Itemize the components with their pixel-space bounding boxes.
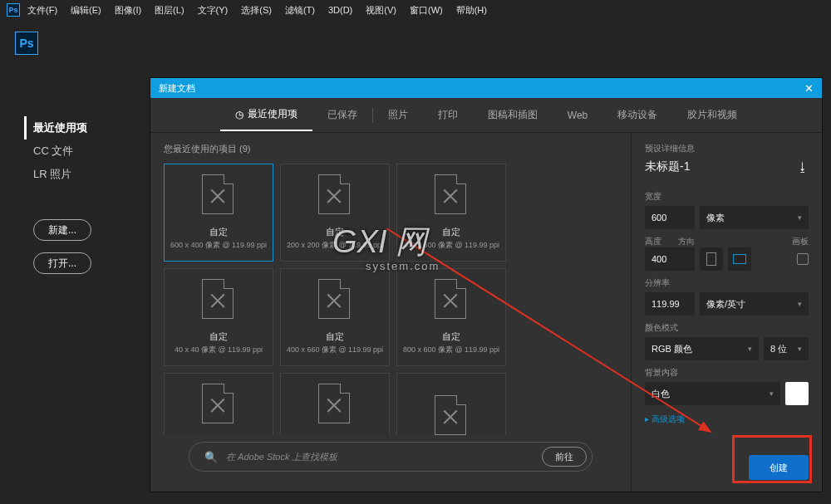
new-document-dialog: 新建文档 ✕ ◷最近使用项 已保存 照片 打印 图稿和插图 Web 移动设备 胶…	[150, 77, 823, 492]
recent-count: (9)	[239, 144, 250, 154]
preset-card[interactable]: 自定400 x 660 像素 @ 119.99 ppi	[280, 268, 390, 366]
color-mode-select[interactable]: RGB 颜色▾	[645, 337, 759, 360]
color-mode-label: 颜色模式	[645, 322, 809, 334]
document-icon	[318, 384, 352, 425]
menu-filter[interactable]: 滤镜(T)	[279, 2, 321, 19]
background-value: 白色	[652, 388, 670, 400]
preset-card[interactable]: 自定200 x 200 像素 @ 119.99 ppi	[280, 164, 390, 262]
height-input[interactable]	[645, 247, 695, 271]
height-label: 高度	[645, 236, 661, 247]
preset-card[interactable]: 自定40 x 40 像素 @ 119.99 ppi	[164, 268, 273, 366]
landscape-icon	[733, 254, 746, 264]
menubar: Ps 文件(F) 编辑(E) 图像(I) 图层(L) 文字(Y) 选择(S) 滤…	[0, 0, 831, 20]
app-mini-icon: Ps	[7, 3, 20, 17]
tab-mobile[interactable]: 移动设备	[602, 100, 672, 130]
stock-search-bar[interactable]: 🔍 在 Adobe Stock 上查找模板 前往	[189, 442, 593, 472]
width-unit-label: 像素	[706, 212, 725, 224]
home-nav-ccfiles[interactable]: CC 文件	[33, 139, 150, 163]
document-icon	[202, 174, 235, 216]
open-button[interactable]: 打开...	[33, 252, 91, 274]
orientation-landscape-button[interactable]	[728, 247, 751, 271]
preset-card[interactable]	[396, 373, 506, 435]
stock-placeholder: 在 Adobe Stock 上查找模板	[226, 451, 534, 463]
document-icon	[435, 395, 468, 435]
preset-column: 您最近使用的项目 (9) 自定600 x 400 像素 @ 119.99 ppi…	[150, 133, 631, 492]
document-icon	[202, 279, 235, 321]
portrait-icon	[706, 252, 716, 266]
preset-title: 自定	[209, 330, 228, 343]
preset-grid: 自定600 x 400 像素 @ 119.99 ppi 自定200 x 200 …	[164, 164, 617, 435]
preset-card[interactable]: 自定800 x 600 像素 @ 119.99 ppi	[396, 268, 506, 366]
save-preset-icon[interactable]: ⭳	[797, 160, 809, 174]
resolution-unit-label: 像素/英寸	[706, 298, 745, 311]
preset-title: 自定	[326, 330, 344, 343]
new-button[interactable]: 新建...	[33, 219, 91, 241]
detail-header: 预设详细信息	[645, 143, 809, 154]
tab-print[interactable]: 打印	[423, 100, 473, 130]
document-title: 未标题-1	[645, 159, 690, 174]
resolution-label: 分辨率	[645, 277, 809, 289]
home-sidebar: 最近使用项 CC 文件 LR 照片 新建... 打开...	[0, 66, 150, 286]
chevron-down-icon: ▾	[748, 345, 752, 353]
close-icon[interactable]: ✕	[804, 82, 814, 95]
menu-help[interactable]: 帮助(H)	[450, 2, 493, 19]
document-icon	[435, 279, 468, 321]
chevron-down-icon: ▾	[798, 300, 802, 308]
preset-sub: 400 x 600 像素 @ 119.99 ppi	[403, 240, 499, 251]
recent-items-label: 您最近使用的项目 (9)	[164, 143, 617, 155]
color-mode-value: RGB 颜色	[652, 343, 692, 355]
advanced-label: 高级选项	[652, 414, 685, 423]
orientation-portrait-button[interactable]	[700, 247, 723, 271]
artboard-checkbox[interactable]	[797, 253, 809, 265]
preset-sub: 800 x 600 像素 @ 119.99 ppi	[403, 345, 499, 355]
home-nav-recent[interactable]: 最近使用项	[24, 116, 150, 139]
preset-card[interactable]: 自定600 x 400 像素 @ 119.99 ppi	[164, 164, 273, 262]
background-swatch[interactable]	[785, 382, 809, 405]
tab-recent-label: 最近使用项	[248, 107, 297, 121]
menu-image[interactable]: 图像(I)	[109, 2, 147, 19]
preset-card[interactable]: 自定400 x 600 像素 @ 119.99 ppi	[396, 164, 506, 262]
chevron-down-icon: ▾	[798, 213, 802, 222]
preset-title: 自定	[326, 226, 344, 238]
resolution-input[interactable]	[645, 292, 695, 316]
document-icon	[435, 174, 468, 216]
width-unit-select[interactable]: 像素▾	[700, 206, 809, 229]
menu-window[interactable]: 窗口(W)	[404, 2, 449, 19]
color-depth-select[interactable]: 8 位▾	[764, 337, 809, 360]
tab-web[interactable]: Web	[553, 101, 602, 130]
width-label: 宽度	[645, 191, 809, 203]
menu-select[interactable]: 选择(S)	[235, 2, 278, 19]
document-icon	[318, 174, 352, 216]
document-icon	[202, 384, 235, 425]
background-label: 背景内容	[645, 367, 809, 379]
width-input[interactable]	[645, 206, 695, 229]
menu-edit[interactable]: 编辑(E)	[65, 2, 107, 19]
preset-title: 自定	[442, 226, 460, 238]
menu-layer[interactable]: 图层(L)	[149, 2, 189, 19]
artboard-label: 画板	[792, 236, 809, 247]
search-icon: 🔍	[204, 451, 218, 463]
tab-saved[interactable]: 已保存	[312, 100, 372, 130]
create-button[interactable]: 创建	[749, 455, 809, 480]
preset-sub: 600 x 400 像素 @ 119.99 ppi	[170, 240, 267, 251]
dialog-title: 新建文档	[159, 82, 195, 95]
stock-go-button[interactable]: 前往	[542, 447, 587, 467]
background-select[interactable]: 白色▾	[645, 382, 780, 405]
document-icon	[318, 279, 352, 321]
preset-card[interactable]: 自定600 x 600 像素 @ 119.99 ppi	[280, 373, 390, 435]
preset-card[interactable]: 自定800 x 600 像素 @ 119.99 ppi	[164, 373, 273, 435]
resolution-unit-select[interactable]: 像素/英寸▾	[700, 292, 809, 316]
detail-column: 预设详细信息 未标题-1 ⭳ 宽度 像素▾ 高度 方向 画板	[631, 133, 822, 492]
menu-type[interactable]: 文字(Y)	[192, 2, 234, 19]
chevron-down-icon: ▾	[798, 345, 802, 353]
tab-film[interactable]: 胶片和视频	[672, 100, 752, 130]
preset-title: 自定	[209, 226, 228, 238]
advanced-toggle[interactable]: ▸ 高级选项	[645, 413, 809, 425]
tab-art[interactable]: 图稿和插图	[473, 100, 553, 130]
tab-photo[interactable]: 照片	[373, 100, 423, 130]
menu-view[interactable]: 视图(V)	[360, 2, 402, 19]
tab-recent[interactable]: ◷最近使用项	[220, 99, 312, 131]
home-nav-lrphotos[interactable]: LR 照片	[33, 163, 150, 186]
menu-file[interactable]: 文件(F)	[22, 2, 63, 19]
menu-3d[interactable]: 3D(D)	[322, 2, 358, 17]
